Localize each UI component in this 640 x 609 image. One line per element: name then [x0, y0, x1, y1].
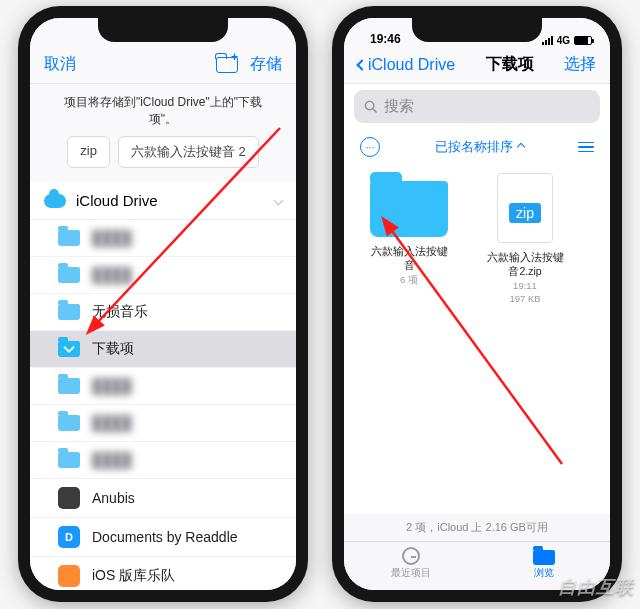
row-label: Anubis — [92, 490, 135, 506]
cancel-button[interactable]: 取消 — [44, 54, 76, 75]
search-input[interactable]: 搜索 — [354, 90, 600, 123]
phone-left: 取消 存储 项目将存储到"iCloud Drive"上的"下载项"。 zip 六… — [18, 6, 308, 602]
row-label: 下载项 — [92, 340, 134, 358]
item-meta: 6 项 — [366, 274, 452, 286]
folder-item[interactable]: 六款输入法按键音 6 项 — [366, 181, 452, 305]
file-ext-badge: zip — [509, 203, 541, 223]
list-view-icon[interactable] — [578, 142, 594, 153]
item-name: 六款输入法按键音2.zip — [482, 251, 568, 278]
location-row[interactable]: ████ — [30, 257, 296, 294]
search-icon — [364, 100, 378, 114]
toolbar: ··· 已按名称排序 — [344, 129, 610, 165]
icloud-drive-header[interactable]: iCloud Drive — [30, 182, 296, 220]
select-button[interactable]: 选择 — [564, 54, 596, 75]
icloud-icon — [44, 194, 66, 208]
chevron-down-icon — [274, 196, 284, 206]
location-row[interactable]: ████ — [30, 442, 296, 479]
location-row[interactable]: ████ — [30, 405, 296, 442]
app-icon — [58, 487, 80, 509]
status-right: 4G — [542, 35, 592, 46]
row-label: ████ — [92, 267, 132, 283]
status-time: 19:46 — [370, 32, 401, 46]
folder-icon — [58, 415, 80, 431]
app-icon: D — [58, 526, 80, 548]
row-label: ████ — [92, 378, 132, 394]
save-button[interactable]: 存储 — [250, 54, 282, 75]
notch — [98, 18, 228, 42]
folder-icon — [58, 452, 80, 468]
file-ext-chip: zip — [67, 136, 110, 168]
location-row[interactable]: ████ — [30, 368, 296, 405]
item-meta-time: 19:11 — [482, 280, 568, 292]
items-grid: 六款输入法按键音 6 项 zip 六款输入法按键音2.zip 19:11 197… — [344, 165, 610, 321]
location-list: iCloud Drive ████████无损音乐下载项████████████… — [30, 182, 296, 590]
folder-icon — [370, 181, 448, 237]
location-row[interactable]: 无损音乐 — [30, 294, 296, 331]
svg-point-1 — [365, 101, 373, 109]
folder-icon — [58, 378, 80, 394]
search-placeholder: 搜索 — [384, 97, 414, 116]
svg-line-2 — [373, 109, 377, 113]
file-preview-chips: zip 六款输入法按键音 2 — [30, 136, 296, 182]
folder-icon — [533, 550, 555, 565]
tab-label: 浏览 — [534, 567, 554, 580]
chevron-up-icon — [516, 143, 524, 151]
save-dialog-nav: 取消 存储 — [30, 46, 296, 84]
files-nav: iCloud Drive 下载项 选择 — [344, 46, 610, 84]
back-button[interactable]: iCloud Drive — [358, 56, 455, 74]
folder-icon — [58, 230, 80, 246]
row-label: Documents by Readdle — [92, 529, 238, 545]
tab-label: 最近项目 — [391, 567, 431, 580]
clock-icon — [402, 547, 420, 565]
chevron-left-icon — [356, 59, 367, 70]
network-label: 4G — [557, 35, 570, 46]
item-meta-size: 197 KB — [482, 293, 568, 305]
tab-recents[interactable]: 最近项目 — [344, 547, 477, 580]
row-label: ████ — [92, 415, 132, 431]
watermark: 自由互联 — [558, 575, 634, 599]
folder-icon — [58, 267, 80, 283]
row-label: ████ — [92, 452, 132, 468]
save-location-hint: 项目将存储到"iCloud Drive"上的"下载项"。 — [30, 84, 296, 136]
new-folder-icon[interactable] — [216, 57, 238, 73]
battery-icon — [574, 36, 592, 45]
row-label: iOS 版库乐队 — [92, 567, 175, 585]
screen-right: 19:46 4G iCloud Drive 下载项 选择 搜索 ··· 已按名称… — [344, 18, 610, 590]
downloads-folder-icon — [58, 341, 80, 357]
location-row[interactable]: 下载项 — [30, 331, 296, 368]
sort-label: 已按名称排序 — [435, 138, 513, 156]
section-label: iCloud Drive — [76, 192, 158, 209]
app-icon — [58, 565, 80, 587]
screen-left: 取消 存储 项目将存储到"iCloud Drive"上的"下载项"。 zip 六… — [30, 18, 296, 590]
zip-file-item[interactable]: zip 六款输入法按键音2.zip 19:11 197 KB — [482, 181, 568, 305]
location-row[interactable]: iOS 版库乐队 — [30, 557, 296, 590]
location-row[interactable]: Anubis — [30, 479, 296, 518]
location-row[interactable]: DDocuments by Readdle — [30, 518, 296, 557]
actions-menu-icon[interactable]: ··· — [360, 137, 380, 157]
file-name-chip: 六款输入法按键音 2 — [118, 136, 259, 168]
back-label: iCloud Drive — [368, 56, 455, 74]
signal-icon — [542, 36, 553, 45]
folder-icon — [58, 304, 80, 320]
storage-status: 2 项，iCloud 上 2.16 GB可用 — [344, 514, 610, 541]
row-label: 无损音乐 — [92, 303, 148, 321]
row-label: ████ — [92, 230, 132, 246]
sort-button[interactable]: 已按名称排序 — [435, 138, 524, 156]
notch — [412, 18, 542, 42]
page-title: 下载项 — [486, 54, 534, 75]
phone-right: 19:46 4G iCloud Drive 下载项 选择 搜索 ··· 已按名称… — [332, 6, 622, 602]
location-row[interactable]: ████ — [30, 220, 296, 257]
file-icon: zip — [497, 173, 553, 243]
item-name: 六款输入法按键音 — [366, 245, 452, 272]
